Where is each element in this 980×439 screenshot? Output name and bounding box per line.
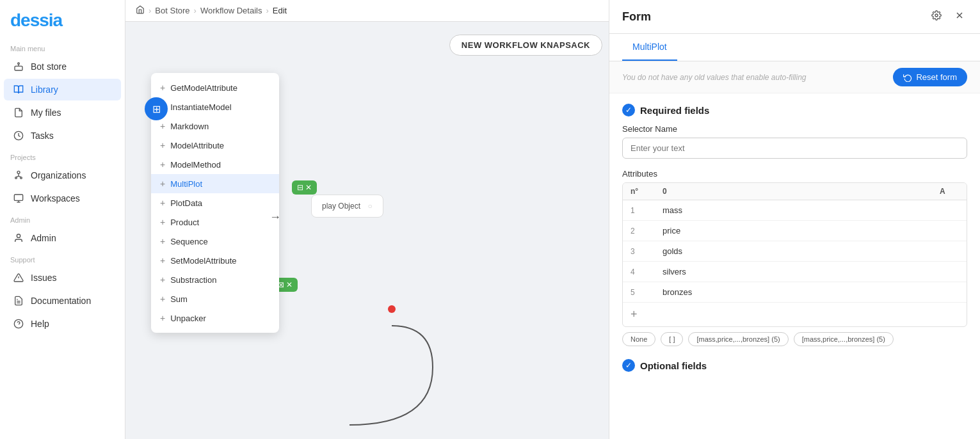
add-attribute-button[interactable]: + (623, 303, 967, 326)
menu-item-sequence[interactable]: + Sequence (151, 232, 279, 251)
sidebar-item-label: Help (31, 319, 49, 329)
sidebar-item-label: Documentation (31, 296, 91, 306)
workflow-button[interactable]: NEW WORKFLOW KNAPSACK (449, 35, 602, 56)
sidebar-item-issues[interactable]: Issues (4, 267, 121, 289)
attr-row-3: 3 golds (623, 241, 967, 262)
reset-form-button[interactable]: Reset form (893, 68, 967, 86)
home-icon[interactable] (136, 5, 145, 16)
sidebar-item-label: Admin (31, 233, 56, 243)
svg-line-8 (19, 176, 21, 177)
pill-mass-price-1[interactable]: [mass,price,...,bronzes] (5) (688, 332, 788, 346)
plus-icon: + (160, 313, 165, 323)
admin-icon (13, 232, 24, 244)
canvas-area[interactable]: NEW WORKFLOW KNAPSACK ⊞ + GetModelAttrib… (125, 22, 609, 439)
attr-col1: n° (631, 187, 663, 196)
menu-item-label: Unpacker (170, 314, 206, 323)
close-button[interactable] (952, 8, 967, 26)
breadcrumb-sep: › (149, 6, 151, 15)
blue-node[interactable]: ⊞ (145, 97, 168, 120)
breadcrumb-sep3: › (266, 6, 268, 15)
breadcrumb-sep2: › (194, 6, 197, 15)
node-menu: + GetModelAttribute + InstantiateModel +… (151, 73, 279, 333)
attr-row-4: 4 silvers (623, 262, 967, 282)
menu-item-label: Product (170, 218, 199, 227)
attr-num-2: 2 (631, 227, 663, 235)
sidebar-item-admin[interactable]: Admin (4, 227, 121, 249)
section-chevron: ✓ (622, 104, 635, 116)
attributes-table: n° 0 A 1 mass 2 price 3 golds (622, 182, 967, 327)
svg-point-12 (17, 234, 20, 237)
green-block2-content: ⊠ ✕ (278, 280, 293, 289)
section-title: Required fields (640, 105, 709, 116)
menu-item-unpacker[interactable]: + Unpacker (151, 308, 279, 328)
optional-section-chevron: ✓ (622, 359, 635, 372)
selector-name-input[interactable] (622, 138, 967, 159)
plus-icon: + (160, 255, 165, 266)
menu-item-markdown[interactable]: + Markdown (151, 116, 279, 136)
menu-item-product[interactable]: + Product (151, 212, 279, 232)
sidebar-item-documentation[interactable]: Documentation (4, 290, 121, 312)
sidebar-item-label: Organizations (31, 170, 86, 180)
sidebar-item-help[interactable]: Help (4, 313, 121, 335)
svg-rect-0 (15, 66, 22, 70)
right-panel: Form MultiPlot You do not have any old v… (609, 0, 980, 439)
menu-item-modelmethod[interactable]: + ModelMethod (151, 155, 279, 174)
menu-item-sum[interactable]: + Sum (151, 289, 279, 308)
menu-item-substraction[interactable]: + Substraction (151, 270, 279, 289)
tab-multiplot[interactable]: MultiPlot (622, 34, 677, 61)
breadcrumb-current: Edit (273, 6, 287, 15)
menu-item-setmodelattribute[interactable]: + SetModelAttribute (151, 251, 279, 270)
menu-item-getmodelattribute[interactable]: + GetModelAttribute (151, 78, 279, 97)
menu-item-modelattribute[interactable]: + ModelAttribute (151, 136, 279, 155)
panel-header-icons (929, 8, 967, 26)
attr-num-4: 4 (631, 267, 663, 276)
sidebar-item-organizations[interactable]: Organizations (4, 164, 121, 186)
bot-icon (13, 61, 24, 72)
sidebar-item-label: Workspaces (31, 193, 80, 204)
pill-mass-price-2[interactable]: [mass,price,...,bronzes] (5) (794, 332, 894, 346)
selector-name-field: Selector Name (622, 124, 967, 159)
sidebar-item-label: Issues (31, 273, 56, 283)
menu-item-label: Sequence (170, 237, 208, 246)
svg-point-6 (20, 177, 22, 179)
svg-line-7 (16, 176, 19, 177)
menu-item-label: Substraction (170, 275, 216, 285)
attr-col2: 0 (663, 187, 940, 196)
menu-item-plotdata[interactable]: + PlotData (151, 193, 279, 212)
svg-point-19 (935, 14, 938, 17)
attr-val-1: mass (663, 205, 959, 215)
attr-val-3: golds (663, 246, 959, 256)
green-block-icon: ⊟ ✕ (297, 183, 312, 192)
pill-none[interactable]: None (622, 332, 655, 346)
settings-button[interactable] (929, 8, 944, 26)
projects-label: Projects (0, 147, 125, 164)
plus-icon: + (160, 294, 165, 304)
attr-val-2: price (663, 226, 959, 235)
attr-header: n° 0 A (623, 183, 967, 200)
sidebar-item-workspaces[interactable]: Workspaces (4, 188, 121, 209)
attr-row-5: 5 bronzes (623, 282, 967, 303)
svg-rect-9 (14, 195, 22, 200)
sidebar-item-tasks[interactable]: Tasks (4, 125, 121, 147)
attributes-field: Attributes n° 0 A 1 mass 2 price (622, 169, 967, 346)
breadcrumb: › Bot Store › Workflow Details › Edit (125, 0, 609, 22)
menu-item-label: SetModelAttribute (170, 256, 236, 266)
admin-label: Admin (0, 210, 125, 227)
plus-icon: + (160, 140, 165, 150)
sidebar-item-my-files[interactable]: My files (4, 102, 121, 124)
reset-button-label: Reset form (916, 72, 957, 82)
sidebar-item-library[interactable]: Library (4, 79, 121, 100)
library-icon (13, 84, 24, 95)
sidebar-item-bot-store[interactable]: Bot store (4, 56, 121, 77)
breadcrumb-link-botstore[interactable]: Bot Store (155, 6, 189, 15)
menu-item-label: ModelMethod (170, 160, 221, 170)
menu-item-instantiatemodel[interactable]: + InstantiateModel (151, 97, 279, 116)
menu-item-label: Sum (170, 294, 188, 304)
menu-item-multiplot[interactable]: + MultiPlot (151, 174, 279, 193)
plus-icon: + (160, 236, 165, 246)
workspace-icon (13, 193, 24, 204)
pill-empty-array[interactable]: [ ] (661, 332, 683, 346)
pill-mass-price-1-label: [mass,price,...,bronzes] (5) (696, 335, 780, 343)
panel-content: ✓ Required fields Selector Name Attribut… (609, 93, 980, 439)
breadcrumb-link-workflow[interactable]: Workflow Details (200, 6, 262, 15)
